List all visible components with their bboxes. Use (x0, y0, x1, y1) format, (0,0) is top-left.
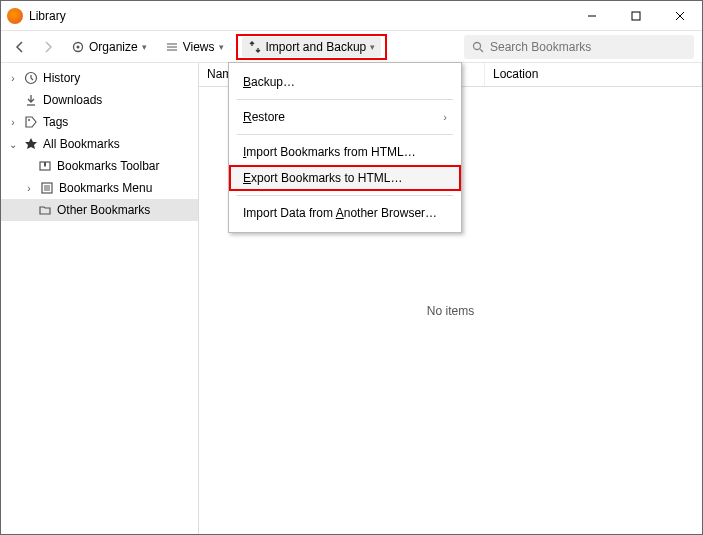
empty-message: No items (427, 304, 474, 318)
firefox-icon (7, 8, 23, 24)
sidebar-item-all-bookmarks[interactable]: ⌄ All Bookmarks (1, 133, 198, 155)
import-backup-dropdown[interactable]: Import and Backup ▾ (242, 37, 382, 57)
maximize-button[interactable] (614, 1, 658, 31)
tag-icon (23, 114, 39, 130)
chevron-down-icon: ▾ (370, 42, 375, 52)
views-dropdown[interactable]: Views ▾ (159, 37, 230, 57)
svg-point-5 (77, 45, 80, 48)
import-backup-menu: Backup… Restore › Import Bookmarks from … (228, 62, 462, 233)
back-button[interactable] (9, 36, 31, 58)
menu-separator (237, 99, 453, 100)
sidebar-label: Downloads (43, 93, 102, 107)
sidebar-label: All Bookmarks (43, 137, 120, 151)
close-button[interactable] (658, 1, 702, 31)
chevron-down-icon: ▾ (219, 42, 224, 52)
views-label: Views (183, 40, 215, 54)
column-header-location[interactable]: Location (485, 63, 702, 86)
collapse-icon[interactable]: ⌄ (7, 139, 19, 150)
svg-point-13 (28, 119, 30, 121)
import-backup-highlight: Import and Backup ▾ (236, 34, 388, 60)
bookmark-menu-icon (39, 180, 55, 196)
search-input[interactable] (490, 40, 686, 54)
menu-item-export-html[interactable]: Export Bookmarks to HTML… (229, 165, 461, 191)
svg-line-10 (480, 49, 483, 52)
sidebar: › History Downloads › Tags ⌄ All Bookmar… (1, 63, 199, 534)
clock-icon (23, 70, 39, 86)
sidebar-item-downloads[interactable]: Downloads (1, 89, 198, 111)
sidebar-item-bookmarks-toolbar[interactable]: Bookmarks Toolbar (1, 155, 198, 177)
sidebar-label: Bookmarks Toolbar (57, 159, 160, 173)
svg-rect-1 (632, 12, 640, 20)
sidebar-label: Tags (43, 115, 68, 129)
sidebar-label: Bookmarks Menu (59, 181, 152, 195)
menu-item-import-html[interactable]: Import Bookmarks from HTML… (229, 139, 461, 165)
expand-icon[interactable]: › (23, 183, 35, 194)
expand-icon[interactable]: › (7, 73, 19, 84)
window-title: Library (29, 9, 66, 23)
list-icon (165, 40, 179, 54)
organize-label: Organize (89, 40, 138, 54)
forward-button[interactable] (37, 36, 59, 58)
chevron-down-icon: ▾ (142, 42, 147, 52)
sidebar-item-history[interactable]: › History (1, 67, 198, 89)
gear-icon (71, 40, 85, 54)
folder-icon (37, 202, 53, 218)
download-icon (23, 92, 39, 108)
search-box[interactable] (464, 35, 694, 59)
toolbar: Organize ▾ Views ▾ Import and Backup ▾ (1, 31, 702, 63)
sidebar-item-other-bookmarks[interactable]: Other Bookmarks (1, 199, 198, 221)
sidebar-label: History (43, 71, 80, 85)
sidebar-label: Other Bookmarks (57, 203, 150, 217)
menu-item-restore[interactable]: Restore › (229, 104, 461, 130)
organize-dropdown[interactable]: Organize ▾ (65, 37, 153, 57)
expand-icon[interactable]: › (7, 117, 19, 128)
bookmark-toolbar-icon (37, 158, 53, 174)
star-icon (23, 136, 39, 152)
search-icon (472, 41, 484, 53)
svg-point-9 (474, 42, 481, 49)
menu-separator (237, 134, 453, 135)
menu-item-backup[interactable]: Backup… (229, 69, 461, 95)
import-backup-label: Import and Backup (266, 40, 367, 54)
updown-arrows-icon (248, 40, 262, 54)
menu-separator (237, 195, 453, 196)
menu-item-import-other-browser[interactable]: Import Data from Another Browser… (229, 200, 461, 226)
minimize-button[interactable] (570, 1, 614, 31)
sidebar-item-tags[interactable]: › Tags (1, 111, 198, 133)
sidebar-item-bookmarks-menu[interactable]: › Bookmarks Menu (1, 177, 198, 199)
titlebar: Library (1, 1, 702, 31)
chevron-right-icon: › (443, 111, 447, 123)
